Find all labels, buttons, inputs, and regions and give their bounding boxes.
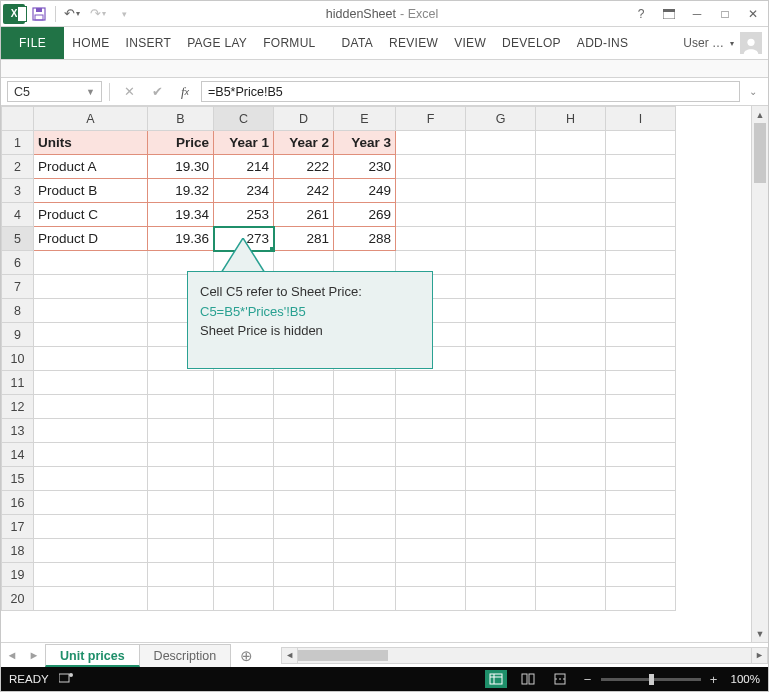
tab-scroll-next[interactable]: ►: [23, 649, 45, 661]
normal-view-button[interactable]: [485, 670, 507, 688]
cell-I18[interactable]: [606, 539, 676, 563]
cell-F15[interactable]: [396, 467, 466, 491]
tab-review[interactable]: REVIEW: [381, 27, 446, 59]
cell-E3[interactable]: 249: [334, 179, 396, 203]
cell-A13[interactable]: [34, 419, 148, 443]
cell-D5[interactable]: 281: [274, 227, 334, 251]
maximize-button[interactable]: □: [712, 3, 738, 25]
cell-D12[interactable]: [274, 395, 334, 419]
scroll-down-button[interactable]: ▼: [752, 625, 768, 642]
cell-E14[interactable]: [334, 443, 396, 467]
cell-I17[interactable]: [606, 515, 676, 539]
cell-I6[interactable]: [606, 251, 676, 275]
worksheet-grid[interactable]: A B C D E F G H I 1UnitsPriceYear 1Year …: [1, 106, 768, 642]
cell-A18[interactable]: [34, 539, 148, 563]
row-header-18[interactable]: 18: [2, 539, 34, 563]
ribbon-display-button[interactable]: [656, 3, 682, 25]
cell-F11[interactable]: [396, 371, 466, 395]
cell-F13[interactable]: [396, 419, 466, 443]
cell-F1[interactable]: [396, 131, 466, 155]
scroll-track[interactable]: [752, 123, 768, 625]
cell-F12[interactable]: [396, 395, 466, 419]
row-header-6[interactable]: 6: [2, 251, 34, 275]
cell-H13[interactable]: [536, 419, 606, 443]
row-header-4[interactable]: 4: [2, 203, 34, 227]
cell-E5[interactable]: 288: [334, 227, 396, 251]
cell-F17[interactable]: [396, 515, 466, 539]
cell-I10[interactable]: [606, 347, 676, 371]
cell-A4[interactable]: Product C: [34, 203, 148, 227]
save-button[interactable]: [27, 3, 51, 25]
horizontal-scrollbar[interactable]: ◄ ►: [281, 647, 768, 664]
cell-F20[interactable]: [396, 587, 466, 611]
cell-D2[interactable]: 222: [274, 155, 334, 179]
row-header-1[interactable]: 1: [2, 131, 34, 155]
cell-C13[interactable]: [214, 419, 274, 443]
minimize-button[interactable]: ─: [684, 3, 710, 25]
hscroll-right-button[interactable]: ►: [751, 647, 768, 664]
user-account[interactable]: User … ▾: [677, 27, 768, 59]
cell-H3[interactable]: [536, 179, 606, 203]
cell-C18[interactable]: [214, 539, 274, 563]
tab-developer[interactable]: DEVELOP: [494, 27, 569, 59]
cell-A5[interactable]: Product D: [34, 227, 148, 251]
macro-record-button[interactable]: [59, 672, 73, 686]
cell-A16[interactable]: [34, 491, 148, 515]
zoom-thumb[interactable]: [649, 674, 654, 685]
cell-E16[interactable]: [334, 491, 396, 515]
tab-page-layout[interactable]: PAGE LAY: [179, 27, 255, 59]
name-box[interactable]: C5 ▼: [7, 81, 102, 102]
cell-A11[interactable]: [34, 371, 148, 395]
cell-E20[interactable]: [334, 587, 396, 611]
scroll-up-button[interactable]: ▲: [752, 106, 768, 123]
cell-G17[interactable]: [466, 515, 536, 539]
cell-C14[interactable]: [214, 443, 274, 467]
cell-D11[interactable]: [274, 371, 334, 395]
cell-H18[interactable]: [536, 539, 606, 563]
hscroll-track[interactable]: [298, 647, 751, 664]
cell-C19[interactable]: [214, 563, 274, 587]
cell-G20[interactable]: [466, 587, 536, 611]
tab-formulas[interactable]: FORMUL: [255, 27, 323, 59]
cell-C1[interactable]: Year 1: [214, 131, 274, 155]
cell-H11[interactable]: [536, 371, 606, 395]
cell-C15[interactable]: [214, 467, 274, 491]
row-header-5[interactable]: 5: [2, 227, 34, 251]
cell-E12[interactable]: [334, 395, 396, 419]
scroll-thumb[interactable]: [754, 123, 766, 183]
cell-C17[interactable]: [214, 515, 274, 539]
cell-F2[interactable]: [396, 155, 466, 179]
cell-G16[interactable]: [466, 491, 536, 515]
cell-C11[interactable]: [214, 371, 274, 395]
cell-C2[interactable]: 214: [214, 155, 274, 179]
row-header-3[interactable]: 3: [2, 179, 34, 203]
insert-function-button[interactable]: fx: [173, 82, 197, 102]
formula-input[interactable]: =B5*Price!B5: [201, 81, 740, 102]
cell-D19[interactable]: [274, 563, 334, 587]
cell-H16[interactable]: [536, 491, 606, 515]
cell-A12[interactable]: [34, 395, 148, 419]
cell-H15[interactable]: [536, 467, 606, 491]
cell-A1[interactable]: Units: [34, 131, 148, 155]
help-button[interactable]: ?: [628, 3, 654, 25]
cell-B17[interactable]: [148, 515, 214, 539]
cell-E15[interactable]: [334, 467, 396, 491]
cell-G13[interactable]: [466, 419, 536, 443]
cell-B13[interactable]: [148, 419, 214, 443]
cell-H19[interactable]: [536, 563, 606, 587]
cell-H4[interactable]: [536, 203, 606, 227]
file-tab[interactable]: FILE: [1, 27, 64, 59]
cell-G11[interactable]: [466, 371, 536, 395]
redo-button[interactable]: ↷▾: [86, 3, 110, 25]
col-header-I[interactable]: I: [606, 107, 676, 131]
cell-B2[interactable]: 19.30: [148, 155, 214, 179]
cell-G3[interactable]: [466, 179, 536, 203]
row-header-10[interactable]: 10: [2, 347, 34, 371]
cell-F19[interactable]: [396, 563, 466, 587]
cell-H8[interactable]: [536, 299, 606, 323]
cell-I1[interactable]: [606, 131, 676, 155]
cell-E17[interactable]: [334, 515, 396, 539]
row-header-12[interactable]: 12: [2, 395, 34, 419]
cell-E11[interactable]: [334, 371, 396, 395]
cell-G5[interactable]: [466, 227, 536, 251]
